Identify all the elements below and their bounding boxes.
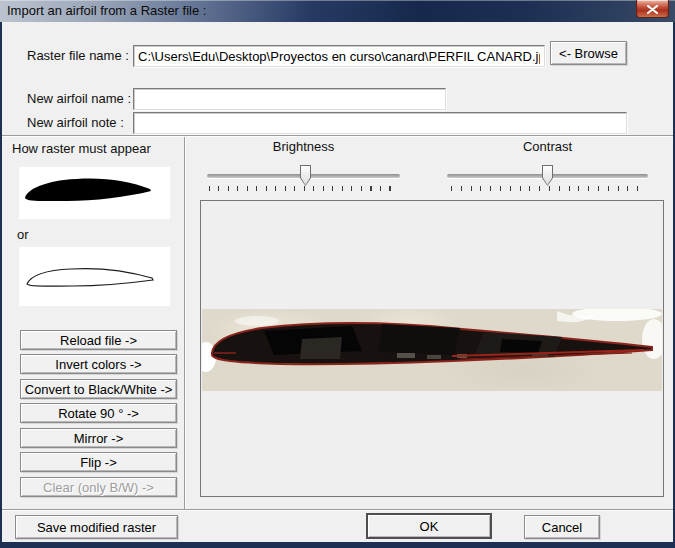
title-bar[interactable]: Import an airfoil from a Raster file :: [0, 0, 675, 22]
invert-colors-button[interactable]: Invert colors ->: [20, 354, 177, 374]
contrast-tick-marks: [451, 186, 647, 191]
airfoil-note-label: New airfoil note :: [27, 112, 124, 134]
convert-black-white-button[interactable]: Convert to Black/White ->: [20, 379, 177, 399]
filled-airfoil-icon: [19, 167, 170, 219]
contrast-slider-thumb[interactable]: [542, 165, 553, 186]
cancel-button[interactable]: Cancel: [524, 515, 600, 539]
guide-heading: How raster must appear: [12, 141, 151, 156]
airfoil-name-input[interactable]: [133, 88, 446, 110]
outline-airfoil-example: [19, 247, 170, 306]
brightness-thumb-face: [301, 166, 310, 185]
dialog-body: Raster file name : <- Browse New airfoil…: [2, 22, 673, 542]
airfoil-note-input[interactable]: [133, 112, 627, 134]
reload-file-button[interactable]: Reload file ->: [20, 330, 177, 350]
contrast-label: Contrast: [447, 139, 648, 154]
vertical-divider: [184, 137, 186, 509]
outline-airfoil-icon: [19, 247, 170, 306]
save-modified-raster-button[interactable]: Save modified raster: [15, 515, 178, 539]
bottom-separator: [2, 509, 673, 511]
dialog-window: Import an airfoil from a Raster file : R…: [0, 0, 675, 548]
clear-bw-button: Clear (only B/W) ->: [20, 477, 177, 497]
scanned-airfoil-photo: [202, 309, 662, 391]
mirror-button[interactable]: Mirror ->: [20, 428, 177, 448]
close-icon: [647, 0, 658, 18]
browse-button[interactable]: <- Browse: [550, 41, 627, 65]
airfoil-name-label: New airfoil name :: [27, 88, 131, 110]
or-label: or: [17, 227, 29, 242]
filled-airfoil-example: [19, 167, 170, 219]
raster-file-input[interactable]: [133, 45, 545, 67]
raster-file-label: Raster file name :: [27, 45, 129, 67]
flip-button[interactable]: Flip ->: [20, 452, 177, 472]
brightness-label: Brightness: [207, 139, 400, 154]
brightness-slider-thumb[interactable]: [300, 165, 311, 186]
raster-image: [202, 309, 662, 391]
window-title: Import an airfoil from a Raster file :: [7, 0, 206, 22]
contrast-thumb-face: [543, 166, 552, 185]
ok-button[interactable]: OK: [366, 513, 492, 539]
rotate-90-button[interactable]: Rotate 90 ° ->: [20, 403, 177, 423]
brightness-tick-marks: [209, 186, 399, 191]
raster-preview-panel: [200, 200, 664, 497]
close-button[interactable]: [636, 0, 669, 18]
top-separator: [2, 135, 673, 137]
